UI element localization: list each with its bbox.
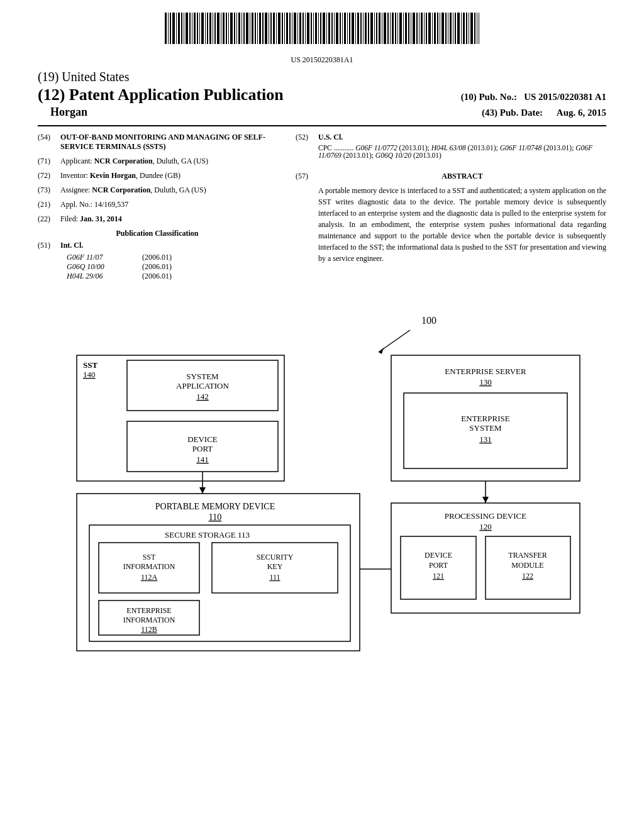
svg-rect-105 — [441, 13, 444, 44]
diagram-area: 100 SST 140 SYSTEM APPLICATION 142 DEVIC… — [38, 305, 606, 682]
field-57-content: ABSTRACT A portable memory device is int… — [318, 172, 606, 264]
sys-app-label-line1: SYSTEM — [186, 372, 219, 381]
svg-rect-82 — [382, 13, 382, 44]
pub-number-center: US 20150220381A1 — [38, 55, 606, 65]
svg-rect-28 — [238, 13, 240, 44]
pub-date-right: (43) Pub. Date: Aug. 6, 2015 — [482, 108, 606, 118]
transfer-module-label-line2: MODULE — [511, 561, 543, 570]
field-54: (54) OUT-OF-BAND MONITORING AND MANAGING… — [38, 133, 277, 152]
svg-rect-23 — [226, 13, 227, 44]
device-port2-num: 121 — [433, 572, 444, 580]
enterprise-system-label-line1: ENTERPRISE — [461, 414, 509, 423]
svg-rect-54 — [307, 13, 309, 44]
processing-device-num: 120 — [479, 522, 492, 531]
svg-rect-114 — [466, 13, 467, 44]
sst-info-num: 112A — [141, 573, 158, 582]
svg-rect-40 — [270, 13, 272, 44]
svg-rect-0 — [165, 13, 167, 44]
svg-rect-74 — [360, 13, 362, 44]
svg-rect-4 — [176, 13, 177, 44]
int-cl-row-1: G06F 11/07 (2006.01) — [67, 253, 277, 262]
field-73-value: NCR Corporation — [92, 185, 150, 194]
field-22-label: Filed: — [60, 214, 78, 223]
svg-rect-71 — [352, 13, 354, 44]
svg-rect-64 — [334, 13, 335, 44]
system-arrow — [379, 330, 410, 352]
pub-date-label: (43) Pub. Date: — [482, 108, 543, 118]
svg-rect-112 — [461, 13, 462, 44]
field-52-label: U.S. Cl. — [318, 133, 606, 142]
svg-rect-57 — [315, 13, 317, 44]
svg-rect-103 — [437, 13, 438, 44]
field-72-num: (72) — [38, 171, 60, 180]
svg-rect-9 — [189, 13, 191, 44]
field-22: (22) Filed: Jan. 31, 2014 — [38, 214, 277, 224]
svg-rect-52 — [303, 13, 304, 44]
svg-rect-30 — [243, 13, 245, 44]
svg-rect-43 — [278, 13, 280, 44]
portable-label-line1: PORTABLE MEMORY DEVICE — [155, 502, 275, 511]
enterprise-server-num: 130 — [479, 377, 492, 387]
svg-rect-80 — [376, 13, 377, 44]
pub-date-value: Aug. 6, 2015 — [557, 108, 606, 118]
security-key-label-line1: SECURITY — [257, 553, 294, 562]
svg-rect-42 — [276, 13, 277, 44]
field-72-content: Inventor: Kevin Horgan, Dundee (GB) — [60, 171, 277, 180]
sst-num: 140 — [83, 370, 96, 379]
field-51-label: Int. Cl. — [60, 241, 277, 250]
sst-info-label-line1: SST — [143, 553, 156, 562]
field-21: (21) Appl. No.: 14/169,537 — [38, 200, 277, 209]
left-column: (54) OUT-OF-BAND MONITORING AND MANAGING… — [38, 133, 277, 286]
svg-rect-33 — [252, 13, 253, 44]
svg-rect-72 — [355, 13, 356, 44]
enterprise-to-processing-arrowhead — [482, 497, 489, 503]
svg-rect-77 — [368, 13, 369, 44]
field-57: (57) ABSTRACT A portable memory device i… — [296, 172, 606, 264]
svg-rect-86 — [392, 13, 394, 44]
barcode-image — [165, 13, 479, 50]
svg-rect-41 — [273, 13, 275, 44]
svg-rect-107 — [448, 13, 448, 44]
svg-rect-11 — [194, 13, 196, 44]
field-72: (72) Inventor: Kevin Horgan, Dundee (GB) — [38, 171, 277, 180]
field-21-value: 14/169,537 — [94, 200, 128, 209]
int-cl-row-2: G06Q 10/00 (2006.01) — [67, 262, 277, 272]
svg-rect-18 — [213, 13, 213, 44]
svg-rect-115 — [469, 13, 469, 44]
enterprise-info-num: 112B — [141, 625, 157, 634]
svg-rect-45 — [284, 13, 285, 44]
body-columns: (54) OUT-OF-BAND MONITORING AND MANAGING… — [38, 133, 606, 286]
device-port-label-line2: PORT — [192, 444, 213, 453]
svg-rect-92 — [408, 13, 409, 44]
svg-rect-50 — [297, 13, 298, 44]
svg-rect-89 — [399, 13, 402, 44]
right-column: (52) U.S. Cl. CPC ........... G06F 11/07… — [296, 133, 606, 286]
enterprise-info-label-line2: INFORMATION — [123, 616, 175, 624]
field-71: (71) Applicant: NCR Corporation, Duluth,… — [38, 157, 277, 166]
portable-num: 110 — [209, 512, 221, 522]
sst-outer-box — [77, 355, 284, 481]
field-73-content: Assignee: NCR Corporation, Duluth, GA (U… — [60, 185, 277, 195]
field-71-loc: , Duluth, GA (US) — [153, 157, 208, 165]
patent-title-line: (12) Patent Application Publication (10)… — [38, 86, 606, 104]
svg-rect-104 — [440, 13, 440, 44]
svg-rect-46 — [286, 13, 288, 44]
svg-rect-15 — [205, 13, 206, 44]
int-cl-table: G06F 11/07 (2006.01) G06Q 10/00 (2006.01… — [67, 253, 277, 281]
svg-rect-47 — [289, 13, 291, 44]
svg-rect-32 — [250, 13, 250, 44]
int-cl-year-2: (2006.01) — [142, 262, 172, 272]
svg-rect-111 — [457, 13, 460, 44]
int-cl-code-1: G06F 11/07 — [67, 253, 130, 262]
diagram-svg: 100 SST 140 SYSTEM APPLICATION 142 DEVIC… — [39, 305, 605, 670]
svg-rect-70 — [349, 13, 350, 44]
us-label: (19) United States — [38, 70, 130, 84]
svg-rect-116 — [470, 13, 473, 44]
svg-rect-100 — [428, 13, 431, 44]
svg-rect-81 — [379, 13, 380, 44]
svg-rect-27 — [236, 13, 237, 44]
svg-rect-24 — [228, 13, 229, 44]
svg-rect-117 — [474, 13, 475, 44]
svg-rect-62 — [328, 13, 330, 44]
svg-rect-44 — [282, 13, 283, 44]
